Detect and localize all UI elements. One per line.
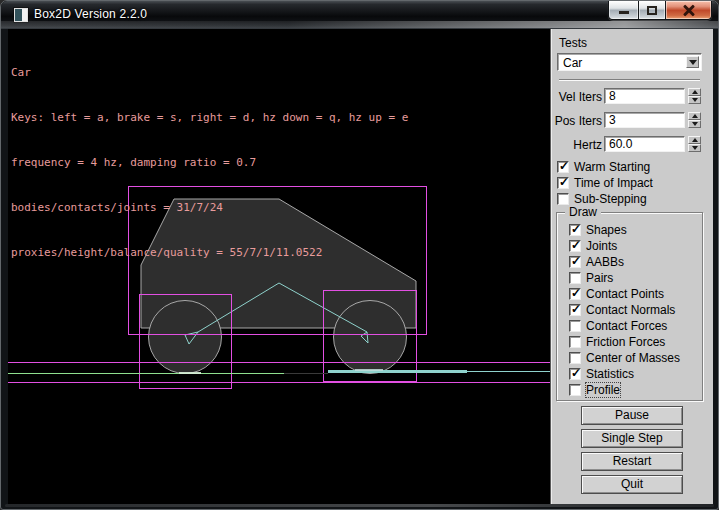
vel-iters-spin-down[interactable]: [688, 96, 701, 104]
hertz-spin-down[interactable]: [688, 144, 701, 152]
arrow-up-icon: [692, 90, 698, 94]
checkbox-box[interactable]: ✓: [569, 240, 581, 252]
chevron-down-icon: [689, 60, 697, 65]
check-icon: ✓: [571, 302, 581, 316]
maximize-icon: [647, 6, 657, 15]
hertz-label: Hertz: [553, 138, 602, 152]
vel-iters-label: Vel Iters: [553, 90, 602, 104]
app-window: Box2D Version 2.2.0: [0, 0, 719, 510]
check-icon: ✓: [559, 159, 569, 173]
checkbox-box[interactable]: ✓: [569, 256, 581, 268]
checkbox-label: Contact Points: [586, 287, 664, 301]
window-controls: [608, 1, 712, 20]
check-icon: ✓: [571, 222, 581, 236]
checkbox-label: Center of Masses: [586, 351, 680, 365]
hud-line-proxies: proxies/height/balance/quality = 55/7/1/…: [11, 245, 408, 260]
quit-button[interactable]: Quit: [581, 475, 683, 494]
check-icon: ✓: [571, 366, 581, 380]
arrow-down-icon: [692, 98, 698, 102]
checkbox-box[interactable]: ✓: [557, 161, 569, 173]
checkbox-box[interactable]: [557, 193, 569, 205]
pos-iters-label: Pos Iters: [553, 114, 602, 128]
checkbox-box[interactable]: ✓: [569, 288, 581, 300]
hud-line-keys: Keys: left = a, brake = s, right = d, hz…: [11, 110, 408, 125]
checkbox-label: Shapes: [586, 223, 627, 237]
minimize-icon: [619, 11, 629, 14]
pos-iters-spin-up[interactable]: [688, 112, 701, 120]
checkbox-label: Sub-Stepping: [574, 192, 647, 206]
single-step-button[interactable]: Single Step: [581, 429, 683, 448]
check-icon: ✓: [571, 286, 581, 300]
contact-highlight-left: [179, 372, 201, 374]
separator: [559, 79, 700, 81]
app-icon: [14, 8, 28, 22]
hertz-spinner: [688, 136, 701, 152]
hud-line-test-name: Car: [11, 65, 408, 80]
arrow-up-icon: [692, 114, 698, 118]
checkbox-box[interactable]: ✓: [569, 224, 581, 236]
tests-dropdown[interactable]: Car: [557, 53, 702, 71]
arrow-down-icon: [692, 122, 698, 126]
vel-iters-input[interactable]: [604, 88, 685, 104]
hertz-input[interactable]: [604, 136, 685, 152]
checkbox-box[interactable]: [569, 272, 581, 284]
control-panel: Tests Car Vel Iters Pos Iters Hertz: [550, 29, 713, 504]
window-title: Box2D Version 2.2.0: [34, 7, 147, 21]
checkbox-box[interactable]: [569, 352, 581, 364]
checkbox-label: AABBs: [586, 255, 624, 269]
checkbox-box[interactable]: ✓: [569, 304, 581, 316]
pause-button[interactable]: Pause: [581, 406, 683, 425]
pos-iters-input[interactable]: [604, 112, 685, 128]
close-button[interactable]: [665, 1, 711, 19]
window-bottom-highlight: [5, 504, 714, 507]
checkbox-label: Contact Normals: [586, 303, 675, 317]
arrow-down-icon: [692, 146, 698, 150]
arrow-up-icon: [692, 138, 698, 142]
checkbox-label: Time of Impact: [574, 176, 653, 190]
simulation-canvas[interactable]: Car Keys: left = a, brake = s, right = d…: [8, 29, 550, 504]
checkbox-label: Pairs: [586, 271, 613, 285]
checkbox-label: Statistics: [586, 367, 634, 381]
pos-iters-spin-down[interactable]: [688, 120, 701, 128]
tests-dropdown-button[interactable]: [686, 56, 699, 68]
checkbox-box[interactable]: [569, 320, 581, 332]
hud-line-bodies: bodies/contacts/joints = 31/7/24: [11, 200, 408, 215]
front-wheel: [334, 301, 407, 374]
hertz-spin-up[interactable]: [688, 136, 701, 144]
close-icon: [682, 4, 696, 16]
tests-dropdown-value: Car: [563, 56, 582, 70]
tests-label: Tests: [559, 36, 587, 50]
titlebar-sheen: [1, 21, 718, 28]
checkbox-label: Friction Forces: [586, 335, 665, 349]
rear-wheel: [149, 301, 222, 374]
checkbox-label: Profile: [586, 383, 620, 397]
maximize-button[interactable]: [638, 1, 665, 19]
titlebar[interactable]: Box2D Version 2.2.0: [1, 1, 718, 29]
vel-iters-spinner: [688, 88, 701, 104]
checkbox-box[interactable]: ✓: [569, 368, 581, 380]
checkbox-box[interactable]: ✓: [557, 177, 569, 189]
checkbox-box[interactable]: [569, 384, 581, 396]
bridge-joints-line: [328, 370, 467, 373]
hud-line-frequency: frequency = 4 hz, damping ratio = 0.7: [11, 155, 408, 170]
checkbox-label: Warm Starting: [574, 160, 650, 174]
pos-iters-spinner: [688, 112, 701, 128]
check-icon: ✓: [571, 238, 581, 252]
restart-button[interactable]: Restart: [581, 452, 683, 471]
checkbox-label: Contact Forces: [586, 319, 667, 333]
checkbox-box[interactable]: [569, 336, 581, 348]
check-icon: ✓: [571, 254, 581, 268]
contact-highlight-right: [355, 369, 383, 371]
vel-iters-spin-up[interactable]: [688, 88, 701, 96]
checkbox-label: Joints: [586, 239, 617, 253]
draw-group-label: Draw: [565, 205, 601, 219]
hud-text: Car Keys: left = a, brake = s, right = d…: [11, 35, 408, 290]
minimize-button[interactable]: [609, 1, 638, 19]
check-icon: ✓: [559, 175, 569, 189]
